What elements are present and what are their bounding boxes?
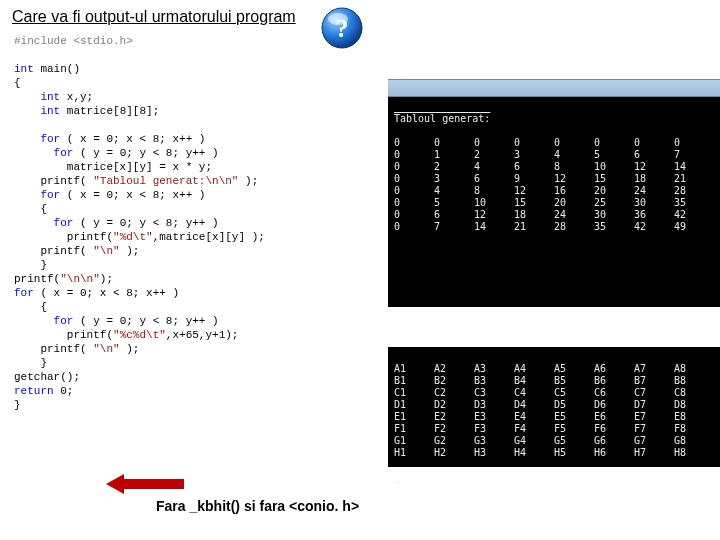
table-row: 00000000: [394, 137, 714, 149]
table-row: G1G2G3G4G5G6G7G8: [394, 435, 714, 447]
code-listing: #include <stdio.h> int main() { int x,y;…: [14, 34, 265, 412]
help-icon: ?: [320, 6, 364, 54]
table-row: H1H2H3H4H5H6H7H8: [394, 447, 714, 459]
table-row: 05101520253035: [394, 197, 714, 209]
code-line: #include <stdio.h>: [14, 35, 133, 47]
table-row: 07142128354249: [394, 221, 714, 233]
table-row: C1C2C3C4C5C6C7C8: [394, 387, 714, 399]
table-row: F1F2F3F4F5F6F7F8: [394, 423, 714, 435]
table-row: 0481216202428: [394, 185, 714, 197]
svg-marker-3: [106, 474, 184, 494]
table-row: E1E2E3E4E5E6E7E8: [394, 411, 714, 423]
table-row: D1D2D3D4D5D6D7D8: [394, 399, 714, 411]
page-title: Care va fi output-ul urmatorului program: [12, 8, 296, 26]
table-row: A1A2A3A4A5A6A7A8: [394, 363, 714, 375]
table-row: 02468101214: [394, 161, 714, 173]
window-titlebar: [388, 79, 720, 97]
table-row: 01234567: [394, 149, 714, 161]
table-row: 036912151821: [394, 173, 714, 185]
table-row: B1B2B3B4B5B6B7B8: [394, 375, 714, 387]
svg-text:?: ?: [336, 14, 349, 43]
console-header: Tabloul generat:: [394, 113, 490, 124]
table-row: 06121824303642: [394, 209, 714, 221]
console-output-numeric: Tabloul generat: 00000000012345670246810…: [388, 97, 720, 307]
arrow-left-icon: [106, 474, 184, 494]
footer-note: Fara _kbhit() si fara <conio. h>: [156, 498, 359, 514]
console-output-labels: A1A2A3A4A5A6A7A8B1B2B3B4B5B6B7B8C1C2C3C4…: [388, 347, 720, 467]
